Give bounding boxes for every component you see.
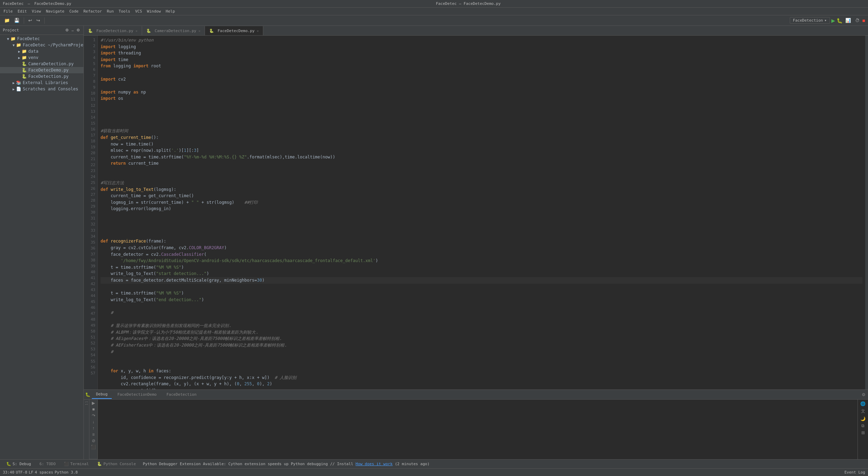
step-into-button[interactable]: ↓ bbox=[91, 419, 96, 425]
open-button[interactable]: 📁 bbox=[3, 17, 11, 24]
debug-right-actions: 🌐 文 🌙 ⧉ ⊞ bbox=[858, 400, 868, 459]
stop-debug-button[interactable]: ■ bbox=[91, 407, 96, 412]
runner-tab-terminal[interactable]: ⬛ Terminal bbox=[60, 461, 92, 467]
runner-debug-label: S: Debug bbox=[13, 462, 31, 466]
sidebar-item-facedetec-root[interactable]: ▼ 📁 FaceDetec bbox=[0, 36, 83, 42]
title-bar: FaceDetec – FaceDetecDemo.py FaceDetec –… bbox=[0, 0, 868, 8]
run-button[interactable]: ▶ bbox=[831, 18, 835, 23]
bottom-tab-facedetectiondemo[interactable]: FaceDetectionDemo bbox=[113, 391, 161, 399]
run-config-dropdown[interactable]: ▾ bbox=[824, 18, 827, 23]
sidebar-item-label-6: FaceDetecDemo.py bbox=[28, 68, 69, 73]
runner-tab-debug[interactable]: 🐛 S: Debug bbox=[3, 461, 35, 467]
menu-run[interactable]: Run bbox=[105, 8, 116, 14]
grid-icon[interactable]: ⊞ bbox=[860, 430, 866, 436]
tab-cameradetection[interactable]: 🐍 CameraDetection.py ✕ bbox=[142, 26, 205, 35]
sidebar-item-scratches[interactable]: ▶ 📄 Scratches and Consoles bbox=[0, 86, 83, 92]
settings-icon[interactable]: ⚙ bbox=[861, 392, 867, 397]
frame-icon[interactable]: 🌐 bbox=[859, 401, 867, 407]
notification-link[interactable]: How does it work bbox=[355, 462, 392, 466]
status-encoding[interactable]: UTF-8 bbox=[16, 470, 27, 475]
menu-vcs[interactable]: VCS bbox=[133, 8, 144, 14]
current-file-title: FaceDetecDemo.py bbox=[34, 1, 71, 6]
status-position[interactable]: 33:40 bbox=[3, 470, 14, 475]
sidebar-item-facedetecdemo[interactable]: 🐍 FaceDetecDemo.py bbox=[0, 67, 83, 73]
tab-facedetection[interactable]: 🐍 FaceDetection.py ✕ bbox=[84, 26, 142, 35]
sidebar-item-label-9: Scratches and Consoles bbox=[23, 87, 78, 91]
sidebar-item-venv[interactable]: ▶ 📁 venv bbox=[0, 54, 83, 61]
sidebar-item-project-folder[interactable]: ▼ 📁 FaceDetec ~/PycharmProjects/FaceDete… bbox=[0, 42, 83, 48]
menu-navigate[interactable]: Navigate bbox=[44, 8, 67, 14]
menu-file[interactable]: File bbox=[1, 8, 15, 14]
menu-code[interactable]: Code bbox=[67, 8, 81, 14]
debug-button[interactable]: 🐛 bbox=[837, 18, 843, 23]
code-editor: 1234567891011121314151617181920212223242… bbox=[84, 36, 868, 389]
collapse-button[interactable]: – bbox=[71, 28, 74, 32]
bottom-tab-facedetection-session[interactable]: FaceDetection bbox=[162, 391, 201, 399]
line-numbers-content: 1234567891011121314151617181920212223242… bbox=[84, 37, 95, 376]
save-button[interactable]: 💾 bbox=[13, 17, 21, 24]
runner-tab-todo[interactable]: 6: TODO bbox=[36, 461, 59, 467]
folder-icon-6: 📄 bbox=[16, 87, 21, 91]
bottom-tab-session1-label: FaceDetectionDemo bbox=[117, 392, 157, 397]
sidebar-item-label-8: External Libraries bbox=[23, 80, 68, 85]
tab-close-3[interactable]: ✕ bbox=[257, 29, 259, 33]
tab-facedetecdemo[interactable]: 🐍 FaceDetecDemo.py ✕ bbox=[205, 26, 263, 35]
tab-icon-2: 🐍 bbox=[146, 29, 151, 33]
status-line-ending[interactable]: LF bbox=[29, 470, 33, 475]
sync-button[interactable]: ⚙ bbox=[65, 28, 69, 32]
notification-time: (2 minutes ago) bbox=[395, 462, 429, 466]
settings-button[interactable]: ⚙ bbox=[76, 28, 81, 32]
sidebar-item-camera-detection[interactable]: 🐍 CameraDetection.py bbox=[0, 61, 83, 67]
redo-button[interactable]: ↪ bbox=[35, 17, 42, 24]
status-python[interactable]: Python 3.8 bbox=[54, 470, 78, 475]
folder-icon-3: 📁 bbox=[22, 49, 27, 54]
bottom-tab-debug[interactable]: Debug bbox=[92, 391, 112, 399]
editor-tabs: 🐍 FaceDetection.py ✕ 🐍 CameraDetection.p… bbox=[84, 26, 868, 36]
runner-todo-label: 6: TODO bbox=[39, 462, 56, 466]
split-icon[interactable]: ⧉ bbox=[860, 423, 866, 429]
run-configuration[interactable]: FaceDetection ▾ bbox=[790, 17, 830, 24]
bottom-tabs-actions: ⚙ bbox=[861, 392, 867, 397]
step-out-button[interactable]: ↑ bbox=[91, 425, 96, 431]
gutter-num-2: 1 bbox=[85, 403, 88, 405]
runner-bar: 🐛 S: Debug 6: TODO ⬛ Terminal 🐍 Python C… bbox=[0, 459, 868, 468]
resume-button[interactable]: ▶ bbox=[91, 400, 96, 406]
menu-edit[interactable]: Edit bbox=[16, 8, 29, 14]
code-content[interactable]: #!/usr/bin/env python import logging imp… bbox=[98, 36, 865, 389]
profile-button[interactable]: ⏱ bbox=[854, 17, 861, 24]
bottom-panel: 🐛 Debug FaceDetectionDemo FaceDetection … bbox=[84, 389, 868, 459]
menu-refactor[interactable]: Refactor bbox=[81, 8, 104, 14]
runner-tab-python-console[interactable]: 🐍 Python Console bbox=[94, 461, 139, 467]
sidebar-tree: ▼ 📁 FaceDetec ▼ 📁 FaceDetec ~/PycharmPro… bbox=[0, 35, 83, 459]
status-indent[interactable]: 4 spaces bbox=[35, 470, 53, 475]
step-over-button[interactable]: ↷ bbox=[91, 413, 96, 418]
tab-close-2[interactable]: ✕ bbox=[198, 29, 200, 33]
scrollbar-right[interactable] bbox=[865, 36, 868, 389]
sidebar-item-label: FaceDetec bbox=[17, 36, 40, 41]
tab-close-1[interactable]: ✕ bbox=[135, 29, 138, 33]
menu-tools[interactable]: Tools bbox=[117, 8, 132, 14]
sidebar-item-external-libraries[interactable]: ▶ 📚 External Libraries bbox=[0, 80, 83, 86]
sidebar-item-facedetection[interactable]: 🐍 FaceDetection.py bbox=[0, 73, 83, 80]
menu-help[interactable]: Help bbox=[164, 8, 177, 14]
mute-button[interactable]: ⊘ bbox=[91, 438, 96, 444]
view-breakpoints-button[interactable]: ⬛ bbox=[90, 444, 97, 450]
undo-button[interactable]: ↩ bbox=[27, 17, 34, 24]
py-icon-1: 🐍 bbox=[22, 61, 27, 66]
moon-icon[interactable]: 🌙 bbox=[859, 416, 867, 422]
py-icon-3: 🐍 bbox=[22, 74, 27, 79]
tab-label-3: FaceDetecDemo.py bbox=[218, 29, 255, 33]
menu-window[interactable]: Window bbox=[145, 8, 163, 14]
evaluate-button[interactable]: ≡ bbox=[91, 432, 96, 437]
bottom-tab-session2-label: FaceDetection bbox=[167, 392, 197, 397]
event-log-label[interactable]: Event Log bbox=[844, 470, 865, 475]
folder-icon: 📁 bbox=[10, 36, 16, 41]
coverage-button[interactable]: 📊 bbox=[844, 17, 852, 24]
chevron-right-icon-4: ▶ bbox=[11, 87, 16, 91]
stop-button[interactable]: ■ bbox=[862, 18, 865, 23]
folder-icon-4: 📁 bbox=[22, 55, 27, 60]
menu-view[interactable]: View bbox=[30, 8, 43, 14]
translate-icon[interactable]: 文 bbox=[860, 408, 866, 415]
status-left: 33:40 UTF-8 LF 4 spaces Python 3.8 bbox=[3, 470, 78, 475]
sidebar-item-data[interactable]: ▶ 📁 data bbox=[0, 48, 83, 54]
